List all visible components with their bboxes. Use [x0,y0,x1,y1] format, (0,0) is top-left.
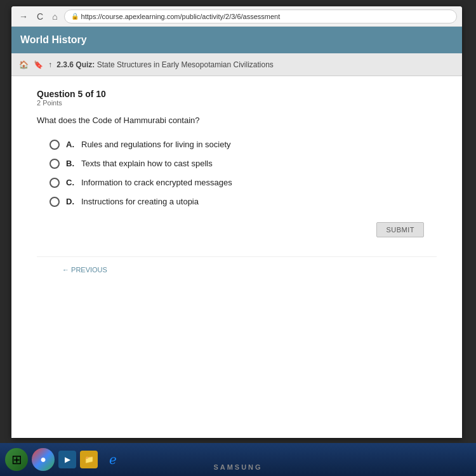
chrome-button[interactable]: ● [32,448,55,471]
options-list: A. Rules and regulations for living in s… [50,140,437,207]
url-text: https://course.apexlearning.com/public/a… [81,13,281,20]
option-c[interactable]: C. Information to crack encrypted messag… [50,178,437,188]
radio-a[interactable] [50,140,60,150]
refresh-button[interactable]: C [34,10,46,23]
home-button[interactable]: ⌂ [50,10,60,23]
option-c-letter: C. [66,178,75,187]
radio-c[interactable] [50,178,60,188]
taskbar: ⊞ ● ▶ 📁 ℯ [0,443,476,476]
back-button[interactable]: → [17,10,30,23]
quiz-title-text: State Structures in Early Mesopotamian C… [97,60,274,69]
option-d[interactable]: D. Instructions for creating a utopia [50,197,437,207]
browser-toolbar: → C ⌂ 🔒 https://course.apexlearning.com/… [11,6,462,27]
main-content: Question 5 of 10 2 Points What does the … [11,76,462,330]
windows-icon: ⊞ [11,452,22,467]
nav-bookmark-icon: 🔖 [34,60,43,69]
media-icon: ▶ [65,455,70,464]
radio-d[interactable] [50,197,60,207]
browser-window: → C ⌂ 🔒 https://course.apexlearning.com/… [11,6,462,438]
option-d-text: Instructions for creating a utopia [81,197,199,206]
samsung-brand: SAMSUNG [213,463,262,471]
sub-nav: 🏠 🔖 ↑ 2.3.6 Quiz: State Structures in Ea… [11,53,462,76]
lock-icon: 🔒 [71,13,79,20]
bottom-nav: ← PREVIOUS [37,256,437,281]
address-bar[interactable]: 🔒 https://course.apexlearning.com/public… [64,10,457,23]
folder-button[interactable]: 📁 [80,451,98,468]
option-c-text: Information to crack encrypted messages [81,178,232,187]
ie-button[interactable]: ℯ [102,448,124,471]
chrome-icon: ● [40,454,46,465]
submit-area: SUBMIT [37,216,437,244]
option-a-letter: A. [66,140,75,149]
submit-button[interactable]: SUBMIT [376,222,424,237]
option-d-letter: D. [66,197,75,206]
folder-icon: 📁 [84,455,94,464]
radio-b[interactable] [50,159,60,169]
media-player-button[interactable]: ▶ [58,451,76,468]
quiz-breadcrumb: ↑ 2.3.6 Quiz: State Structures in Early … [48,60,274,69]
question-points: 2 Points [37,99,437,107]
app-title: World History [20,34,87,46]
nav-doc-icon: 🏠 [19,60,29,69]
previous-link[interactable]: ← PREVIOUS [62,266,107,274]
option-b-letter: B. [66,159,75,168]
app-header: World History [11,27,462,53]
option-a-text: Rules and regulations for living in soci… [81,140,231,149]
arrow-icon: ↑ [48,60,52,69]
option-b-text: Texts that explain how to cast spells [81,159,213,168]
question-header: Question 5 of 10 2 Points [37,89,437,107]
option-a[interactable]: A. Rules and regulations for living in s… [50,140,437,150]
option-b[interactable]: B. Texts that explain how to cast spells [50,159,437,169]
ie-icon: ℯ [109,452,117,467]
question-text: What does the Code of Hammurabi contain? [37,114,437,127]
start-button[interactable]: ⊞ [5,448,28,471]
question-title: Question 5 of 10 [37,89,437,99]
